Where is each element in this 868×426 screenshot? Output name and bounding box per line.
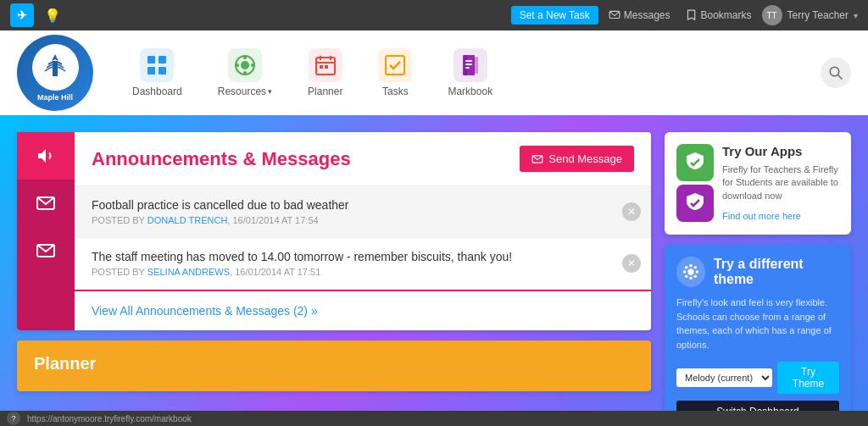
- messages-label: Messages: [624, 9, 670, 21]
- view-all-link[interactable]: View All Announcements & Messages (2) »: [92, 304, 318, 318]
- envelope-icon-2: [36, 241, 56, 261]
- svg-rect-16: [320, 65, 323, 69]
- bookmarks-label: Bookmarks: [700, 9, 751, 21]
- svg-rect-23: [465, 67, 470, 69]
- topbar-left: ✈ 💡: [10, 3, 61, 27]
- svg-rect-21: [465, 60, 472, 62]
- theme-selector[interactable]: Melody (current): [676, 368, 772, 387]
- tasks-icon-bg: [378, 48, 412, 82]
- statusbar: ? https://antonymoore.tryfirefly.com/mar…: [0, 411, 868, 426]
- resources-icon: [233, 53, 257, 77]
- user-menu[interactable]: TT Terry Teacher ▾: [762, 5, 858, 25]
- announcements-card: Announcements & Messages Send Message Fo…: [17, 132, 651, 330]
- nav-dashboard-label: Dashboard: [132, 86, 182, 97]
- messages-tab[interactable]: [17, 180, 75, 227]
- announcement-close-1[interactable]: ✕: [622, 202, 641, 221]
- announcement-author-2[interactable]: SELINA ANDREWS: [147, 267, 230, 277]
- bookmarks-icon: [685, 9, 697, 21]
- megaphone-icon: [36, 146, 56, 166]
- nav-resources[interactable]: Resources ▾: [204, 41, 286, 104]
- help-icon[interactable]: ?: [7, 412, 20, 425]
- announcement-tab-active[interactable]: [17, 132, 75, 180]
- svg-line-26: [837, 75, 842, 79]
- announcement-text-2: The staff meeting has moved to 14.00 tom…: [92, 250, 634, 263]
- nav-dashboard[interactable]: Dashboard: [119, 41, 196, 104]
- svg-rect-2: [147, 56, 155, 64]
- nav-markbook-label: Markbook: [448, 86, 492, 97]
- send-message-label: Send Message: [548, 152, 622, 165]
- dashboard-icon-bg: [140, 48, 174, 82]
- svg-point-38: [693, 266, 697, 269]
- theme-description: Firefly's look and feel is very flexible…: [676, 296, 839, 351]
- try-theme-button[interactable]: Try Theme: [777, 362, 839, 394]
- nav-markbook[interactable]: Markbook: [434, 41, 506, 104]
- svg-rect-5: [159, 67, 166, 75]
- announcement-author-1[interactable]: DONALD TRENCH: [147, 215, 228, 225]
- nav-items: Dashboard Resources ▾: [119, 41, 821, 104]
- messages-link[interactable]: Messages: [604, 9, 676, 21]
- resources-icon-bg: [228, 48, 262, 82]
- svg-rect-3: [159, 56, 166, 64]
- svg-rect-17: [325, 65, 328, 69]
- resources-dropdown-icon: ▾: [268, 87, 272, 96]
- theme-icon: [676, 257, 705, 287]
- teacher-icon: [683, 151, 707, 174]
- theme-settings-icon: [682, 263, 700, 281]
- svg-point-8: [243, 56, 247, 59]
- announcement-close-2[interactable]: ✕: [622, 254, 641, 273]
- announcement-text-1: Football practice is cancelled due to ba…: [92, 198, 634, 212]
- svg-point-37: [685, 275, 688, 279]
- markbook-icon: [459, 53, 482, 77]
- svg-point-7: [241, 61, 249, 69]
- logo-icon: ✈: [17, 8, 27, 22]
- svg-rect-1: [53, 61, 58, 76]
- app-logo[interactable]: ✈: [10, 3, 34, 27]
- search-button[interactable]: [821, 58, 851, 88]
- svg-point-31: [689, 264, 693, 268]
- theme-controls: Melody (current) Try Theme: [676, 362, 839, 394]
- topbar: ✈ 💡 Set a New Task Messages Bookmarks TT…: [0, 0, 868, 30]
- topbar-right: Set a New Task Messages Bookmarks TT Ter…: [511, 5, 858, 25]
- apps-find-more-link[interactable]: Find out more here: [722, 211, 801, 221]
- hero: Announcements & Messages Send Message Fo…: [0, 115, 868, 426]
- messages-tab-2[interactable]: [17, 227, 75, 274]
- send-message-button[interactable]: Send Message: [520, 146, 634, 172]
- announcement-date-2: 16/01/2014 AT 17:51: [235, 267, 320, 277]
- svg-point-30: [687, 269, 693, 275]
- student-app-icon[interactable]: [676, 185, 714, 222]
- theme-card: Try a different theme Firefly's look and…: [665, 245, 851, 426]
- bulb-icon: 💡: [44, 8, 61, 24]
- svg-point-10: [236, 64, 239, 67]
- sidebar-right: Try Our Apps Firefly for Teachers & Fire…: [665, 132, 851, 409]
- main-content: Announcements & Messages Send Message Fo…: [17, 132, 651, 409]
- school-name: Maple Hill: [37, 93, 73, 102]
- teacher-app-icon[interactable]: [676, 144, 714, 181]
- chevron-down-icon: ▾: [854, 11, 858, 20]
- planner-card[interactable]: Planner: [17, 340, 651, 391]
- student-icon: [683, 191, 707, 215]
- announcements-title: Announcements & Messages: [92, 148, 351, 170]
- user-name: Terry Teacher: [787, 9, 849, 21]
- svg-rect-24: [475, 57, 478, 74]
- messages-icon: [609, 9, 620, 21]
- planner-title: Planner: [34, 354, 634, 373]
- announcements-header: Announcements & Messages Send Message: [75, 132, 651, 186]
- new-task-button[interactable]: Set a New Task: [511, 6, 598, 25]
- svg-rect-22: [465, 64, 472, 65]
- svg-point-33: [683, 270, 687, 274]
- nav-planner[interactable]: Planner: [294, 41, 356, 104]
- dashboard-icon: [145, 53, 169, 77]
- svg-point-34: [695, 270, 698, 274]
- school-logo[interactable]: Maple Hill: [17, 35, 93, 111]
- bookmarks-link[interactable]: Bookmarks: [680, 9, 756, 21]
- apps-description: Firefly for Teachers & Firefly for Stude…: [722, 163, 839, 202]
- nav-tasks[interactable]: Tasks: [364, 41, 426, 104]
- svg-point-35: [685, 266, 688, 269]
- envelope-icon-1: [36, 193, 56, 213]
- announcement-item-2: The staff meeting has moved to 14.00 tom…: [75, 238, 651, 290]
- nav-tasks-label: Tasks: [382, 86, 409, 97]
- nav-resources-label: Resources ▾: [218, 86, 272, 97]
- theme-title: Try a different theme: [714, 257, 839, 287]
- search-icon: [828, 65, 843, 80]
- svg-point-25: [830, 67, 839, 76]
